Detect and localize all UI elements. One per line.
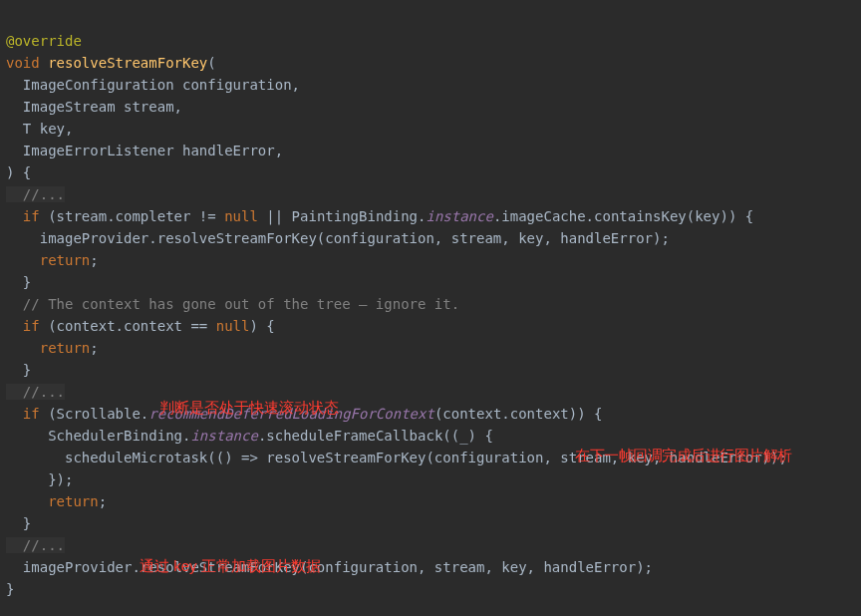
kw-if-1: if <box>23 208 40 224</box>
comment-ellipsis-2: //... <box>6 384 65 400</box>
call-resolve-1: imageProvider.resolveStreamForKey(config… <box>6 230 670 246</box>
paren-open: ( <box>207 55 215 71</box>
param-handleError: ImageErrorListener handleError, <box>6 143 283 158</box>
if1-part-b: || PaintingBinding. <box>258 208 427 224</box>
callback-close: }); <box>6 471 73 487</box>
kw-return-3: return <box>48 493 99 509</box>
code-editor[interactable]: @override void resolveStreamForKey( Imag… <box>0 0 861 616</box>
scheduler-a: SchedulerBinding. <box>6 428 190 444</box>
annotation-override: @override <box>6 33 82 49</box>
if3-part-b: (context.context)) { <box>434 406 603 422</box>
instance-1: instance <box>426 208 492 224</box>
kw-null-2: null <box>216 318 250 334</box>
kw-return-1: return <box>40 252 91 268</box>
if1-part-a: (stream.completer != <box>40 208 224 224</box>
brace-close-2: } <box>6 362 31 378</box>
if2-part-a: (context.context == <box>40 318 216 334</box>
brace-close-1: } <box>6 274 31 290</box>
scheduler-b: .scheduleFrameCallback((_) { <box>258 428 493 444</box>
kw-void: void <box>6 55 40 71</box>
kw-if-3: if <box>23 406 40 422</box>
if2-part-b: ) { <box>249 318 274 334</box>
brace-close-3: } <box>6 515 31 531</box>
schedule-microtask: scheduleMicrotask(() => resolveStreamFor… <box>6 450 787 465</box>
param-key: T key, <box>6 121 73 137</box>
semi-3: ; <box>99 493 107 509</box>
param-configuration: ImageConfiguration configuration, <box>6 77 300 93</box>
fn-body-close: } <box>6 581 14 597</box>
call-resolve-2: imageProvider.resolveStreamForKey(config… <box>6 559 653 575</box>
kw-if-2: if <box>23 318 40 334</box>
kw-return-2: return <box>40 340 91 356</box>
fn-name: resolveStreamForKey <box>48 55 207 71</box>
fn-body-open: ) { <box>6 164 31 180</box>
if1-part-c: .imageCache.containsKey(key)) { <box>493 208 753 224</box>
semi-1: ; <box>90 252 98 268</box>
comment-ellipsis-1: //... <box>6 186 65 202</box>
kw-null-1: null <box>224 208 258 224</box>
instance-2: instance <box>190 428 257 444</box>
comment-ellipsis-3: //... <box>6 537 65 553</box>
method-recommend: recommendDeferredLoadingForContext <box>148 406 434 422</box>
comment-context-gone: // The context has gone out of the tree … <box>6 296 459 312</box>
if3-part-a: (Scrollable. <box>40 406 149 422</box>
param-stream: ImageStream stream, <box>6 99 182 115</box>
semi-2: ; <box>90 340 98 356</box>
